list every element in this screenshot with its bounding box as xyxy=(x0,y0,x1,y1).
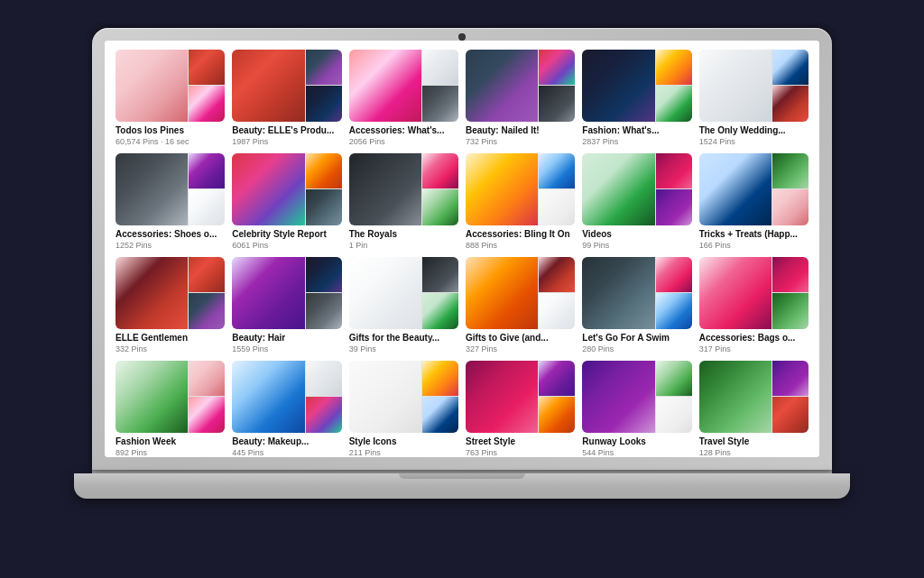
board-item[interactable]: Accessories: Shoes o... 1252 Pins xyxy=(116,153,225,250)
board-info: Gifts to Give (and... 327 Pins xyxy=(466,329,575,353)
board-item[interactable]: Accessories: Bling It On 888 Pins xyxy=(466,153,575,250)
board-grid: Todos los Pines 60,574 Pins · 16 sec Bea… xyxy=(116,50,808,457)
board-title: Gifts to Give (and... xyxy=(466,332,575,344)
board-title: Beauty: ELLE's Produ... xyxy=(232,124,341,136)
thumb-bottom xyxy=(306,397,342,433)
board-count: 2056 Pins xyxy=(349,137,458,146)
thumb-top xyxy=(656,50,692,86)
screen-display: Todos los Pines 60,574 Pins · 16 sec Bea… xyxy=(105,41,819,457)
board-title: Gifts for the Beauty... xyxy=(349,332,458,344)
thumb-large xyxy=(699,361,772,433)
board-item[interactable]: Gifts for the Beauty... 39 Pins xyxy=(349,257,458,353)
board-info: Fashion Week 892 Pins xyxy=(116,433,225,457)
board-item[interactable]: Fashion: What's... 2837 Pins xyxy=(582,50,691,146)
thumb-top xyxy=(189,50,225,86)
thumb-bottom xyxy=(189,293,225,329)
thumb-bottom xyxy=(772,397,808,433)
board-item[interactable]: Accessories: What's... 2056 Pins xyxy=(349,50,458,146)
thumb-large xyxy=(349,361,421,433)
board-item[interactable]: The Only Wedding... 1524 Pins xyxy=(699,50,808,146)
board-thumbnail xyxy=(699,257,808,329)
board-item[interactable]: Travel Style 128 Pins xyxy=(699,361,808,457)
board-title: Accessories: Bling It On xyxy=(466,228,575,240)
board-item[interactable]: Videos 99 Pins xyxy=(582,153,691,250)
board-item[interactable]: Fashion Week 892 Pins xyxy=(116,361,225,457)
board-count: 99 Pins xyxy=(582,241,691,250)
board-thumbnail xyxy=(699,153,808,225)
board-title: Accessories: Shoes o... xyxy=(116,228,225,240)
thumb-top xyxy=(422,361,458,397)
thumb-large xyxy=(466,50,538,122)
thumb-large xyxy=(232,257,304,329)
thumb-bottom xyxy=(772,86,808,122)
thumb-bottom xyxy=(189,189,225,225)
board-item[interactable]: Style Icons 211 Pins xyxy=(349,361,458,457)
board-item[interactable]: Tricks + Treats (Happ... 166 Pins xyxy=(699,153,808,250)
board-count: 1 Pin xyxy=(349,241,458,250)
board-info: Accessories: Shoes o... 1252 Pins xyxy=(116,225,225,250)
thumb-bottom xyxy=(656,189,692,225)
board-count: 763 Pins xyxy=(466,448,575,457)
board-thumbnail xyxy=(466,50,575,122)
board-item[interactable]: Beauty: Makeup... 445 Pins xyxy=(232,361,341,457)
board-title: Style Icons xyxy=(349,436,458,447)
thumb-top xyxy=(772,153,808,189)
board-info: Videos 99 Pins xyxy=(582,225,691,250)
thumb-bottom xyxy=(306,293,342,329)
board-item[interactable]: Todos los Pines 60,574 Pins · 16 sec xyxy=(116,50,225,146)
board-thumbnail xyxy=(349,50,458,122)
board-item[interactable]: Beauty: Hair 1559 Pins xyxy=(232,257,341,353)
board-item[interactable]: ELLE Gentlemen 332 Pins xyxy=(116,257,225,353)
board-thumbnail xyxy=(116,153,225,225)
board-count: 317 Pins xyxy=(699,344,808,353)
board-thumbnail xyxy=(116,50,225,122)
thumb-top xyxy=(306,153,342,189)
board-thumbnail xyxy=(349,361,458,433)
thumb-top xyxy=(306,50,342,86)
board-title: Fashion Week xyxy=(116,436,225,447)
board-info: Beauty: ELLE's Produ... 1987 Pins xyxy=(232,122,341,146)
board-count: 1252 Pins xyxy=(116,241,225,250)
board-count: 1987 Pins xyxy=(232,137,341,146)
board-info: The Only Wedding... 1524 Pins xyxy=(699,122,808,146)
board-item[interactable]: Street Style 763 Pins xyxy=(466,361,575,457)
board-thumbnail xyxy=(466,257,575,329)
board-item[interactable]: Beauty: ELLE's Produ... 1987 Pins xyxy=(232,50,341,146)
board-item[interactable]: Gifts to Give (and... 327 Pins xyxy=(466,257,575,353)
board-thumbnail xyxy=(232,361,341,433)
board-count: 892 Pins xyxy=(116,448,225,457)
board-item[interactable]: Runway Looks 544 Pins xyxy=(582,361,691,457)
thumb-large xyxy=(116,50,188,122)
board-thumbnail xyxy=(582,257,691,329)
thumb-large xyxy=(582,361,654,433)
board-info: Accessories: Bling It On 888 Pins xyxy=(466,225,575,250)
board-item[interactable]: The Royals 1 Pin xyxy=(349,153,458,250)
thumb-top xyxy=(306,257,342,293)
thumb-top xyxy=(656,361,692,397)
board-thumbnail xyxy=(116,257,225,329)
board-content[interactable]: Todos los Pines 60,574 Pins · 16 sec Bea… xyxy=(105,41,819,457)
board-item[interactable]: Celebrity Style Report 6061 Pins xyxy=(232,153,341,250)
board-count: 166 Pins xyxy=(699,241,808,250)
laptop-base xyxy=(74,473,850,499)
board-info: Travel Style 128 Pins xyxy=(699,433,808,457)
thumb-large xyxy=(349,50,421,122)
board-item[interactable]: Accessories: Bags o... 317 Pins xyxy=(699,257,808,353)
thumb-large xyxy=(699,50,772,122)
thumb-large xyxy=(699,257,772,329)
board-info: Beauty: Nailed It! 732 Pins xyxy=(466,122,575,146)
thumb-large xyxy=(466,153,538,225)
thumb-bottom xyxy=(422,397,458,433)
thumb-large xyxy=(232,153,304,225)
laptop-wrapper: Todos los Pines 60,574 Pins · 16 sec Bea… xyxy=(74,28,850,551)
thumb-top xyxy=(189,361,225,397)
thumb-bottom xyxy=(656,293,692,329)
thumb-top xyxy=(189,257,225,293)
board-thumbnail xyxy=(582,50,691,122)
board-item[interactable]: Beauty: Nailed It! 732 Pins xyxy=(466,50,575,146)
thumb-bottom xyxy=(422,293,458,329)
board-count: 280 Pins xyxy=(582,344,691,353)
board-item[interactable]: Let's Go For A Swim 280 Pins xyxy=(582,257,691,353)
board-title: Beauty: Hair xyxy=(232,332,341,344)
thumb-bottom xyxy=(656,397,692,433)
